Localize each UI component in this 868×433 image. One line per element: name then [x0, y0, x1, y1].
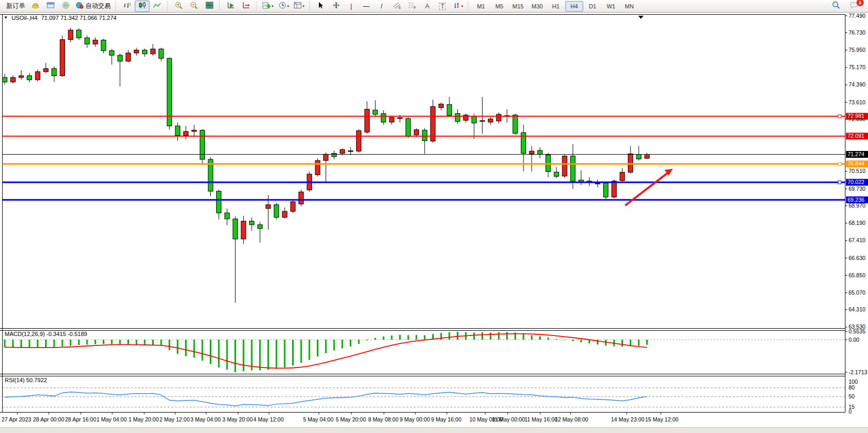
gold-symbol-button[interactable] [28, 1, 42, 12]
candle-bearish [224, 213, 229, 219]
trendline-tool-button[interactable]: / [374, 1, 389, 12]
timeframe-d1-button[interactable]: D1 [584, 1, 602, 12]
text-label-tool-button[interactable]: T [435, 1, 450, 12]
main-toolbar: 新订单 自动交易 ▾ ▾ [0, 0, 868, 13]
timeframe-mn-button[interactable]: MN [620, 1, 638, 12]
candlestick-chart-icon [138, 2, 146, 10]
search-button[interactable] [829, 1, 843, 12]
price-badge-label: 72.091 [848, 133, 864, 139]
collapse-chart-icon[interactable]: ▼ [4, 15, 8, 21]
channel-tool-button[interactable]: E [390, 1, 404, 12]
hline-anchor-handle[interactable] [838, 163, 841, 166]
timeframe-m5-button[interactable]: M5 [490, 1, 508, 12]
candle-bearish [250, 221, 254, 225]
time-tick-label: 11 May 00:00 [492, 416, 525, 423]
candle-bearish [406, 118, 411, 136]
template-icon [294, 2, 302, 10]
notification-badge: 1 [856, 0, 864, 7]
horizontal-line-tool-button[interactable]: — [359, 1, 374, 12]
candle-bearish [554, 172, 559, 176]
vertical-line-tool-button[interactable]: | [344, 1, 359, 12]
timeframe-m15-button[interactable]: M15 [509, 1, 527, 12]
candle-bearish [159, 49, 164, 58]
chevron-down-icon: ▾ [462, 4, 464, 8]
time-tick-label: 14 May 23:00 [611, 416, 645, 423]
candle-bullish [60, 40, 65, 76]
candle-bullish [299, 192, 304, 204]
rsi-axis-label: 100 [849, 378, 858, 385]
periods-button[interactable]: ▾ [276, 1, 292, 12]
candlestick-chart-button[interactable] [135, 1, 149, 12]
chart-shift-button[interactable] [239, 1, 253, 12]
candle-bearish [595, 183, 600, 184]
fibonacci-icon: F [408, 2, 416, 11]
rsi-axis-label: 50 [849, 393, 855, 399]
line-chart-icon [153, 2, 162, 10]
mt4-trading-app: { "toolbar": { "new_order_label": "新订单",… [0, 0, 868, 433]
candle-bullish [192, 130, 197, 132]
candle-bearish [571, 156, 575, 181]
new-order-button[interactable]: 新订单 [3, 1, 27, 12]
auto-scroll-icon [227, 2, 235, 10]
candle-bearish [200, 130, 205, 159]
fibonacci-tool-button[interactable]: F [405, 1, 420, 12]
autotrading-button[interactable]: 自动交易 [73, 1, 113, 12]
timeframe-h4-button[interactable]: H4 [565, 1, 583, 12]
templates-button[interactable]: ▾ [292, 1, 307, 12]
signals-button[interactable] [58, 1, 73, 12]
arrows-tool-button[interactable]: ▾ [451, 1, 466, 12]
timeframe-m30-button[interactable]: M30 [528, 1, 546, 12]
timeframe-label: M30 [531, 3, 542, 9]
candle-bullish [365, 109, 369, 132]
crosshair-tool-button[interactable] [329, 1, 344, 12]
zoom-out-button[interactable] [187, 1, 201, 12]
price-tick-label: 75.950 [849, 47, 865, 53]
candle-bullish [620, 172, 625, 181]
zoom-in-button[interactable] [172, 1, 186, 12]
candle-bullish [389, 117, 394, 122]
hline-anchor-handle[interactable] [838, 115, 841, 118]
window-bottom-edge [0, 427, 868, 433]
candle-bearish [175, 126, 180, 135]
timeframe-h1-button[interactable]: H1 [547, 1, 565, 12]
price-badge-label: 70.844 [848, 160, 864, 167]
timeframe-label: W1 [607, 3, 616, 9]
timeframe-w1-button[interactable]: W1 [602, 1, 620, 12]
timeframe-m1-button[interactable]: M1 [472, 1, 490, 12]
auto-scroll-button[interactable] [223, 1, 238, 12]
time-axis[interactable] [17, 413, 661, 415]
tile-windows-button[interactable] [202, 1, 217, 12]
time-tick-label: 9 May 16:00 [431, 416, 462, 423]
price-tick-label: 70.510 [849, 168, 865, 174]
price-tick-label: 73.610 [849, 99, 865, 105]
candle-bullish [19, 75, 24, 77]
bar-chart-button[interactable] [120, 1, 134, 12]
toolbar-separator [468, 2, 469, 11]
candle-bullish [10, 78, 15, 82]
indicators-button[interactable]: ▾ [260, 1, 276, 12]
chart-shift-marker[interactable] [638, 16, 644, 19]
text-tool-button[interactable]: A [420, 1, 435, 12]
time-tick-label: 11 May 16:00 [524, 416, 558, 423]
time-tick-label: 5 May 04:00 [303, 416, 334, 423]
candle-bearish [381, 114, 386, 122]
text-icon: A [425, 3, 430, 9]
price-tick-label: 68.190 [849, 220, 865, 226]
candle-bullish [348, 150, 353, 151]
timeframe-label: M15 [512, 3, 523, 9]
hline-anchor-handle[interactable] [838, 181, 841, 184]
market-watch-button[interactable] [43, 1, 58, 12]
notifications-button[interactable]: 1 [846, 1, 861, 12]
candle-bullish [68, 30, 73, 39]
candle-bearish [27, 75, 32, 80]
time-tick-label: 8 May 08:00 [368, 416, 399, 423]
cursor-tool-button[interactable] [314, 1, 328, 12]
chart-canvas[interactable]: 77.49076.73075.95075.17074.39073.61072.8… [0, 13, 868, 427]
macd-axis-label: 0.5535 [849, 328, 865, 334]
line-chart-button[interactable] [150, 1, 165, 12]
price-badge-label: 72.981 [848, 113, 864, 119]
toolbar-separator [167, 2, 169, 11]
price-tick-label: 65.070 [849, 289, 865, 296]
toolbar-right-group: 1 [829, 1, 861, 12]
candle-bearish [258, 225, 262, 229]
